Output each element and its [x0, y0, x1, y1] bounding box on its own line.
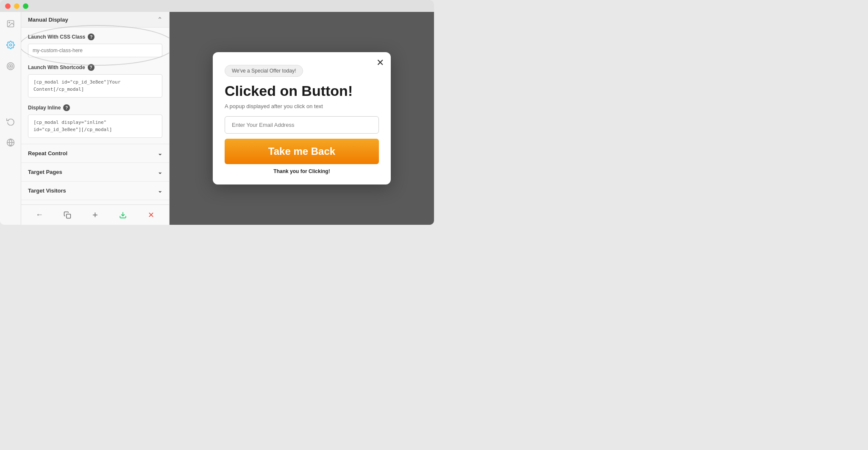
display-inline-label: Display Inline [28, 105, 61, 111]
repeat-control-label: Repeat Control [28, 150, 67, 157]
launch-css-class-label-row: Launch With CSS Class ? [28, 34, 162, 40]
svg-point-1 [8, 22, 9, 23]
svg-point-2 [9, 44, 11, 46]
manual-display-body: Launch With CSS Class ? Launch With Shor… [21, 28, 169, 144]
chevron-up-icon: ⌃ [157, 16, 162, 23]
launch-css-class-section: Launch With CSS Class ? [28, 34, 162, 57]
target-visitors-label: Target Visitors [28, 187, 66, 194]
preview-area: ✕ We've a Special Offer today! Clicked o… [170, 12, 434, 225]
save-button[interactable] [117, 209, 129, 221]
modal-cta-button[interactable]: Take me Back [225, 139, 379, 164]
history-icon[interactable] [4, 115, 17, 128]
modal-footer-text: Thank you for Clicking! [225, 168, 379, 174]
launch-shortcode-label: Launch With Shortcode [28, 64, 85, 70]
display-inline-section: Display Inline ? [cp_modal display="inli… [28, 104, 162, 138]
chevron-down-icon-repeat: ⌄ [158, 150, 162, 157]
target-visitors-accordion[interactable]: Target Visitors ⌄ [21, 182, 169, 200]
icon-sidebar [0, 12, 21, 225]
launch-shortcode-help-icon[interactable]: ? [88, 64, 95, 71]
panel-sidebar: Manual Display ⌃ Launch With CSS Class ?… [21, 12, 170, 225]
image-icon[interactable] [4, 17, 17, 31]
manual-display-title: Manual Display [28, 17, 68, 23]
launch-css-class-input[interactable] [28, 44, 162, 57]
back-button[interactable]: ← [33, 209, 45, 221]
svg-point-4 [8, 64, 13, 68]
target-icon[interactable] [4, 59, 17, 73]
close-button[interactable] [5, 3, 11, 9]
launch-css-class-label: Launch With CSS Class [28, 34, 85, 40]
modal-badge: We've a Special Offer today! [225, 65, 379, 83]
repeat-control-accordion[interactable]: Repeat Control ⌄ [21, 144, 169, 163]
display-inline-code: [cp_modal display="inline" id="cp_id_3e8… [28, 115, 162, 138]
delete-button[interactable]: ✕ [145, 209, 157, 221]
svg-point-5 [10, 65, 11, 67]
svg-rect-8 [66, 214, 70, 218]
modal-subtext: A popup displayed after you click on tex… [225, 103, 379, 109]
modal-popup: ✕ We've a Special Offer today! Clicked o… [213, 52, 391, 184]
maximize-button[interactable] [23, 3, 28, 9]
bottom-toolbar: ← + ✕ [21, 204, 169, 225]
manual-display-header[interactable]: Manual Display ⌃ [21, 12, 169, 28]
modal-headline: Clicked on Button! [225, 83, 379, 99]
launch-shortcode-label-row: Launch With Shortcode ? [28, 64, 162, 71]
launch-css-help-icon[interactable]: ? [88, 34, 95, 40]
launch-shortcode-section: Launch With Shortcode ? [cp_modal id="cp… [28, 64, 162, 98]
minimize-button[interactable] [14, 3, 19, 9]
gear-icon[interactable] [4, 38, 17, 52]
title-bar [0, 0, 434, 12]
launch-shortcode-code: [cp_modal id="cp_id_3e8ee"]Your Content[… [28, 74, 162, 98]
add-button[interactable]: + [89, 209, 101, 221]
target-pages-accordion[interactable]: Target Pages ⌄ [21, 163, 169, 182]
modal-email-input[interactable] [225, 116, 379, 134]
app-container: Manual Display ⌃ Launch With CSS Class ?… [0, 12, 434, 225]
target-pages-label: Target Pages [28, 169, 62, 175]
display-inline-help-icon[interactable]: ? [63, 104, 70, 111]
chevron-down-icon-pages: ⌄ [158, 169, 162, 175]
globe-icon[interactable] [4, 136, 17, 149]
display-inline-label-row: Display Inline ? [28, 104, 162, 111]
chevron-down-icon-visitors: ⌄ [158, 187, 162, 194]
duplicate-button[interactable] [61, 209, 73, 221]
modal-close-button[interactable]: ✕ [376, 58, 384, 67]
